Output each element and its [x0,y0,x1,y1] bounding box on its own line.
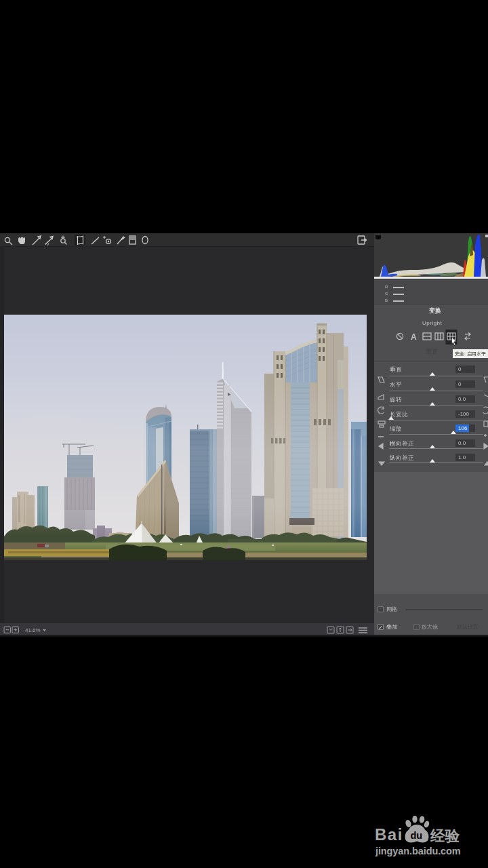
svg-text:A: A [411,332,417,342]
svg-text:41.6%: 41.6% [25,627,41,633]
svg-text:du: du [411,830,423,841]
